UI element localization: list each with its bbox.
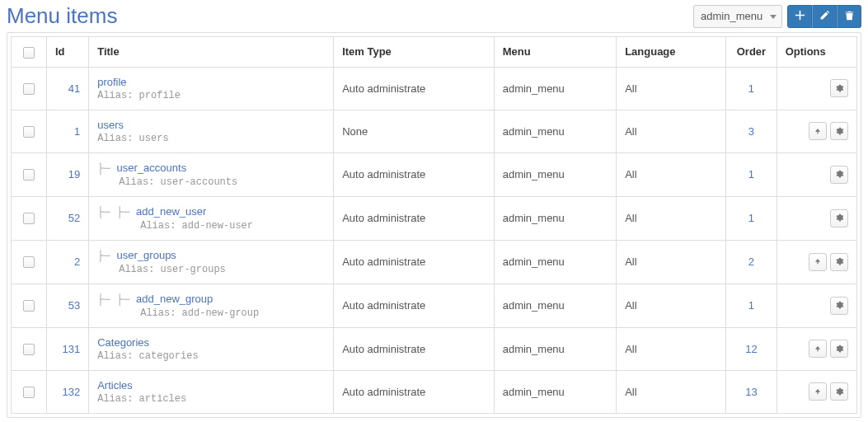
row-language: All <box>617 240 726 284</box>
menu-items-table: Id Title Item Type Menu Language Order O… <box>11 36 857 414</box>
table-row: 52├─ ├─ add_new_userAlias: add-new-userA… <box>12 196 857 240</box>
table-row: 131CategoriesAlias: categoriesAuto admin… <box>12 327 857 370</box>
row-id[interactable]: 53 <box>47 284 89 327</box>
settings-button[interactable] <box>830 166 848 184</box>
col-id[interactable]: Id <box>47 37 89 68</box>
row-item-type: Auto administrate <box>334 67 495 110</box>
row-item-type: Auto administrate <box>334 370 495 413</box>
col-options: Options <box>777 37 856 68</box>
arrow-up-icon <box>814 343 822 355</box>
col-item-type[interactable]: Item Type <box>334 37 495 68</box>
row-id[interactable]: 52 <box>47 196 89 240</box>
gear-icon <box>835 168 843 181</box>
menu-select[interactable]: admin_menu <box>693 5 782 28</box>
row-id[interactable]: 1 <box>47 110 89 152</box>
move-up-button[interactable] <box>809 253 827 271</box>
move-up-button[interactable] <box>809 382 827 401</box>
pencil-icon <box>819 10 830 23</box>
col-title[interactable]: Title <box>89 37 334 68</box>
row-options <box>777 110 856 152</box>
table-row: 41profileAlias: profileAuto administrate… <box>12 67 857 110</box>
gear-icon <box>835 299 843 312</box>
row-menu: admin_menu <box>494 196 616 240</box>
settings-button[interactable] <box>830 253 848 271</box>
row-id[interactable]: 132 <box>47 370 89 413</box>
arrow-up-icon <box>814 386 822 398</box>
row-title-link[interactable]: profile <box>97 76 126 88</box>
delete-button[interactable] <box>837 5 861 28</box>
row-language: All <box>617 110 726 152</box>
tree-prefix: ├─ <box>97 162 116 175</box>
edit-button[interactable] <box>812 5 837 28</box>
row-language: All <box>617 67 726 110</box>
row-title-cell: ├─ user_accountsAlias: user-accounts <box>89 152 334 196</box>
table-row: 2├─ user_groupsAlias: user-groupsAuto ad… <box>12 240 857 284</box>
settings-button[interactable] <box>830 340 848 358</box>
row-checkbox[interactable] <box>23 344 35 355</box>
tree-prefix: ├─ ├─ <box>97 293 136 306</box>
row-alias: Alias: articles <box>97 393 325 405</box>
row-id[interactable]: 2 <box>47 240 89 284</box>
row-id[interactable]: 131 <box>47 327 89 370</box>
row-order: 13 <box>726 370 777 413</box>
plus-icon <box>795 10 805 23</box>
row-id[interactable]: 41 <box>47 67 89 110</box>
move-up-button[interactable] <box>809 122 827 140</box>
row-order: 12 <box>726 327 777 370</box>
arrow-up-icon <box>814 125 822 138</box>
gear-icon <box>835 125 843 138</box>
row-title-link[interactable]: Articles <box>97 379 133 392</box>
row-title-link[interactable]: user_groups <box>117 249 176 261</box>
row-alias: Alias: profile <box>97 90 325 101</box>
row-language: All <box>617 152 726 196</box>
row-checkbox[interactable] <box>23 126 35 138</box>
row-checkbox[interactable] <box>23 300 35 312</box>
settings-button[interactable] <box>830 382 848 401</box>
settings-button[interactable] <box>830 209 848 227</box>
row-language: All <box>617 284 726 327</box>
settings-button[interactable] <box>830 297 848 315</box>
row-menu: admin_menu <box>494 152 616 196</box>
row-item-type: None <box>334 110 495 152</box>
row-order: 1 <box>726 196 777 240</box>
row-alias: Alias: users <box>97 133 325 144</box>
row-options <box>777 284 856 327</box>
row-alias: Alias: user-accounts <box>97 176 325 188</box>
row-checkbox[interactable] <box>23 387 35 398</box>
tree-prefix: ├─ <box>97 250 116 262</box>
col-language[interactable]: Language <box>617 37 726 68</box>
col-menu[interactable]: Menu <box>494 37 616 68</box>
row-title-link[interactable]: users <box>97 119 124 131</box>
row-order: 1 <box>726 152 777 196</box>
row-checkbox[interactable] <box>23 213 35 224</box>
add-button[interactable] <box>787 5 812 28</box>
row-title-link[interactable]: add_new_user <box>136 205 206 218</box>
row-menu: admin_menu <box>494 284 616 327</box>
table-row: 53├─ ├─ add_new_groupAlias: add-new-grou… <box>12 284 857 327</box>
row-title-link[interactable]: Categories <box>97 336 149 349</box>
row-options <box>777 196 856 240</box>
row-title-cell: usersAlias: users <box>89 110 334 152</box>
table-row: 1usersAlias: usersNoneadmin_menuAll3 <box>12 110 857 152</box>
gear-icon <box>835 386 843 398</box>
move-up-button[interactable] <box>809 340 827 358</box>
row-checkbox[interactable] <box>23 169 35 181</box>
gear-icon <box>835 212 843 224</box>
row-title-link[interactable]: user_accounts <box>117 162 187 174</box>
select-all-checkbox[interactable] <box>23 47 35 59</box>
row-order: 2 <box>726 240 777 284</box>
row-title-cell: ArticlesAlias: articles <box>89 370 334 413</box>
row-options <box>777 370 856 413</box>
settings-button[interactable] <box>830 122 848 140</box>
row-title-link[interactable]: add_new_group <box>136 293 213 305</box>
row-menu: admin_menu <box>494 370 616 413</box>
row-checkbox[interactable] <box>23 83 35 95</box>
settings-button[interactable] <box>830 79 848 97</box>
row-id[interactable]: 19 <box>47 152 89 196</box>
col-order[interactable]: Order <box>726 37 777 68</box>
row-checkbox[interactable] <box>23 256 35 268</box>
col-checkbox <box>12 37 47 68</box>
row-item-type: Auto administrate <box>334 240 495 284</box>
table-row: 19├─ user_accountsAlias: user-accountsAu… <box>12 152 857 196</box>
page-title: Menu items <box>7 3 117 29</box>
